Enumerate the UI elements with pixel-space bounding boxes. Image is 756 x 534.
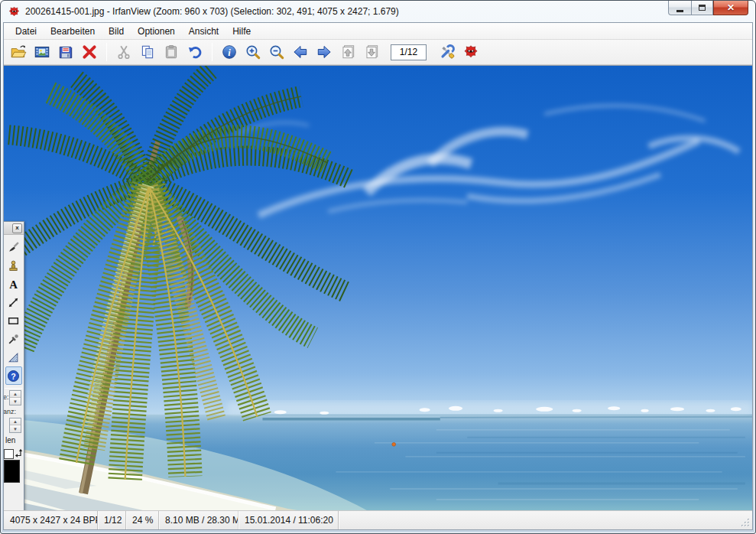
previous-image-button[interactable]: [290, 41, 311, 63]
toolbar-separator: [106, 43, 107, 61]
spinner-up-icon[interactable]: ▲: [10, 391, 21, 398]
diagonal-arrow-icon: [7, 296, 20, 309]
spinner-up-icon[interactable]: ▲: [10, 418, 21, 425]
help-icon: ?: [7, 370, 20, 383]
info-icon: i: [221, 44, 238, 60]
menu-hilfe[interactable]: Hilfe: [226, 24, 258, 39]
beach-photo: [4, 66, 752, 510]
foreground-color-swatch[interactable]: [4, 449, 14, 459]
spinner-down-icon[interactable]: ▼: [10, 425, 21, 432]
image-viewport[interactable]: x: [4, 65, 752, 510]
paint-panel-close-button[interactable]: x: [12, 223, 22, 233]
open-folder-icon: [10, 44, 27, 60]
arrow-line-tool[interactable]: [5, 293, 22, 311]
cut-button[interactable]: [113, 41, 135, 63]
image-info-button[interactable]: i: [219, 41, 240, 63]
menu-bild[interactable]: Bild: [102, 24, 131, 39]
resize-grip[interactable]: [741, 518, 751, 528]
filmstrip-icon: [34, 44, 50, 60]
page-number-input[interactable]: [391, 44, 427, 60]
thumbnails-button[interactable]: [31, 41, 53, 63]
spinner-down-icon[interactable]: ▼: [10, 398, 21, 405]
irfanview-about-button[interactable]: [460, 41, 482, 63]
first-page-button[interactable]: [337, 41, 359, 63]
gradient-fill-tool[interactable]: [5, 348, 22, 366]
clipboard-paste-icon: [163, 44, 180, 60]
clone-stamp-icon: [7, 259, 20, 272]
menu-ansicht[interactable]: Ansicht: [182, 24, 226, 39]
paintbrush-tool[interactable]: [5, 238, 22, 256]
background-color-swatch[interactable]: [4, 460, 20, 483]
svg-text:A: A: [9, 278, 18, 290]
zoom-in-icon: [245, 44, 261, 60]
transparency-spinner[interactable]: ▲ ▼: [9, 418, 21, 433]
toolbar-separator: [212, 43, 213, 61]
status-image-dimensions: 4075 x 2427 x 24 BPP: [4, 511, 98, 529]
arrow-left-icon: [292, 44, 309, 60]
save-button[interactable]: [55, 41, 76, 63]
status-bar: 4075 x 2427 x 24 BPP 1/12 24 % 8.10 MB /…: [4, 510, 752, 529]
clone-stamp-tool[interactable]: [5, 256, 22, 275]
width-spinner[interactable]: ▲ ▼: [9, 390, 21, 405]
paint-panel-divider: [5, 388, 22, 389]
menu-bar: Datei Bearbeiten Bild Optionen Ansicht H…: [4, 23, 752, 40]
rectangle-tool[interactable]: [5, 311, 22, 330]
irfanview-devil-icon: [462, 44, 479, 60]
buoy: [392, 442, 396, 446]
delete-x-icon: [81, 44, 98, 60]
maximize-icon: [699, 5, 706, 11]
gradient-triangle-icon: [7, 351, 20, 364]
close-button[interactable]: ✕: [713, 1, 748, 15]
help-tool[interactable]: ?: [5, 366, 22, 385]
pages-up-icon: [339, 44, 356, 60]
fill-label-fragment: len: [4, 435, 24, 444]
window-controls: ✕: [668, 1, 748, 15]
menu-bearbeiten[interactable]: Bearbeiten: [44, 24, 102, 39]
last-page-button[interactable]: [361, 41, 382, 63]
status-file-size: 8.10 MB / 28.30 MB: [159, 511, 238, 529]
minimize-icon: [677, 10, 683, 12]
close-icon: ✕: [727, 3, 735, 12]
eyedropper-tool[interactable]: [5, 330, 22, 348]
pages-down-icon: [363, 44, 380, 60]
scissors-icon: [115, 44, 132, 60]
paint-toolbar-panel[interactable]: x: [4, 221, 24, 510]
paint-panel-titlebar[interactable]: x: [4, 222, 24, 235]
undo-button[interactable]: [184, 41, 206, 63]
toolbar: i: [4, 40, 752, 65]
color-swatches: [4, 448, 24, 492]
floppy-save-icon: [57, 44, 74, 60]
client-area: Datei Bearbeiten Bild Optionen Ansicht H…: [3, 22, 753, 530]
text-tool[interactable]: A: [5, 275, 22, 293]
status-date-time: 15.01.2014 / 11:06:20: [238, 511, 339, 529]
menu-optionen[interactable]: Optionen: [131, 24, 182, 39]
minimize-button[interactable]: [668, 1, 691, 15]
paintbrush-icon: [7, 241, 20, 254]
maximize-button[interactable]: [691, 1, 713, 15]
paste-button[interactable]: [161, 41, 182, 63]
status-empty: [339, 511, 752, 529]
eyedropper-icon: [7, 333, 20, 346]
menu-datei[interactable]: Datei: [8, 24, 44, 39]
status-page-number: 1/12: [98, 511, 126, 529]
zoom-in-button[interactable]: [242, 41, 264, 63]
next-image-button[interactable]: [313, 41, 335, 63]
width-label-fragment: e:: [4, 393, 9, 401]
status-zoom-level: 24 %: [126, 511, 159, 529]
svg-text:i: i: [228, 47, 231, 58]
zoom-out-button[interactable]: [266, 41, 287, 63]
delete-button[interactable]: [79, 41, 100, 63]
arrow-right-icon: [316, 44, 333, 60]
irfanview-app-icon: [8, 5, 21, 18]
tools-wrench-icon: [439, 44, 456, 60]
copy-icon: [139, 44, 156, 60]
copy-button[interactable]: [137, 41, 158, 63]
svg-text:?: ?: [11, 371, 15, 380]
swap-colors-icon[interactable]: [15, 448, 23, 458]
irfanview-window: 200261415-001.jpg - IrfanView (Zoom: 960…: [0, 0, 756, 534]
transparency-label-fragment: anz:: [4, 408, 16, 415]
open-file-button[interactable]: [8, 41, 29, 63]
settings-button[interactable]: [436, 41, 458, 63]
title-bar[interactable]: 200261415-001.jpg - IrfanView (Zoom: 960…: [1, 1, 755, 22]
text-a-icon: A: [7, 278, 20, 291]
